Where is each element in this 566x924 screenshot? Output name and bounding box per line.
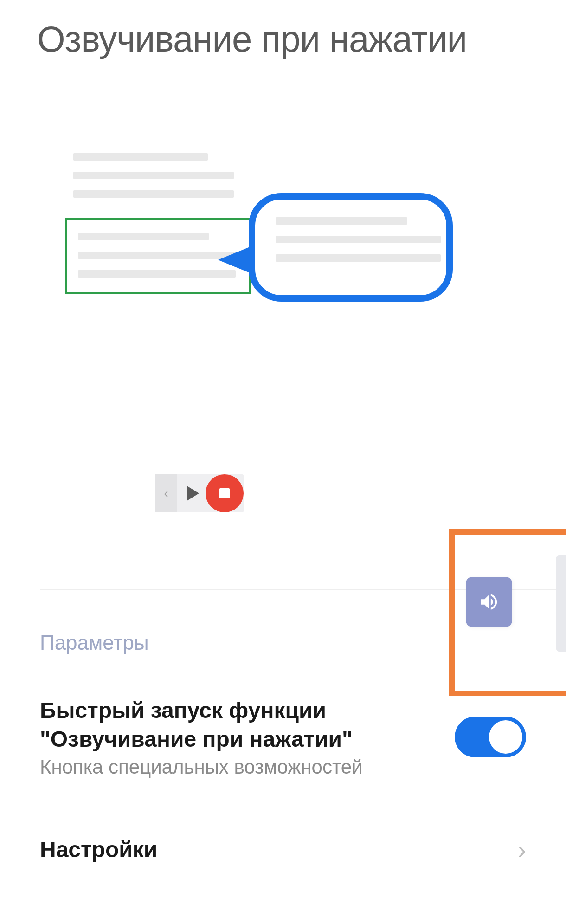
placeholder-line (73, 172, 234, 179)
setting-texts: Быстрый запуск функции "Озвучивание при … (40, 696, 455, 778)
placeholder-line (78, 252, 236, 259)
placeholder-line (73, 190, 234, 198)
highlight-annotation-box (449, 529, 566, 696)
stop-icon (219, 488, 230, 498)
section-label-parameters: Параметры (40, 631, 149, 654)
setting-quick-launch-title: Быстрый запуск функции "Озвучивание при … (40, 696, 436, 754)
setting-more-settings-row[interactable]: Настройки › (40, 835, 526, 864)
placeholder-line (78, 233, 209, 240)
placeholder-line (276, 236, 441, 243)
page-title: Озвучивание при нажатии (0, 0, 566, 60)
setting-quick-launch-row[interactable]: Быстрый запуск функции "Озвучивание при … (40, 696, 526, 778)
play-icon (187, 486, 199, 501)
illustration-text-top (73, 153, 234, 209)
play-button[interactable] (177, 474, 206, 512)
illustration (0, 153, 566, 339)
playback-controls: ‹ (155, 474, 244, 512)
setting-more-label: Настройки (40, 835, 157, 864)
bubble-body (249, 193, 453, 302)
placeholder-line (73, 153, 208, 161)
illustration-speech-bubble (212, 193, 418, 302)
placeholder-line (276, 217, 407, 225)
setting-quick-launch-subtitle: Кнопка специальных возможностей (40, 756, 436, 778)
previous-button[interactable]: ‹ (155, 474, 177, 512)
chevron-left-icon: ‹ (164, 486, 168, 501)
quick-launch-toggle[interactable] (455, 717, 526, 757)
stop-button[interactable] (206, 474, 244, 512)
chevron-right-icon: › (518, 835, 526, 864)
toggle-knob (489, 720, 522, 754)
placeholder-line (276, 254, 441, 262)
placeholder-line (78, 270, 236, 278)
